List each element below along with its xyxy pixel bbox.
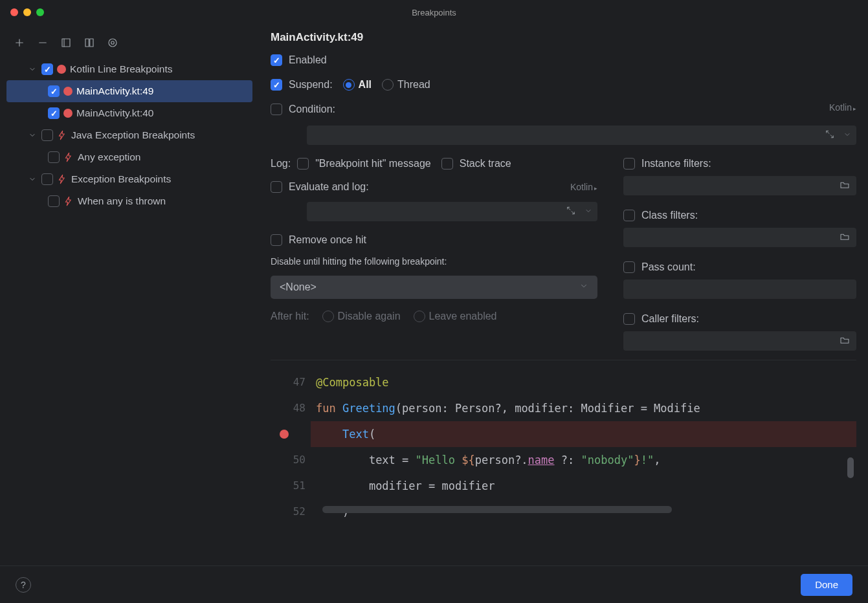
folder-icon[interactable] <box>840 180 850 192</box>
suspend-label: Suspend: <box>289 79 333 91</box>
pass-count-checkbox[interactable] <box>623 261 635 273</box>
exception-icon <box>57 130 67 140</box>
after-hit-label: After hit: <box>271 311 309 322</box>
after-hit-row: After hit: Disable again Leave enabled <box>271 311 597 322</box>
done-button[interactable]: Done <box>801 574 852 596</box>
evaluate-input[interactable] <box>307 202 597 221</box>
add-breakpoint-button[interactable] <box>13 36 26 49</box>
code-area: @Composablefun Greeting(person: Person?,… <box>311 360 856 517</box>
breakpoint-tree: Kotlin Line Breakpoints MainActivity.kt:… <box>6 58 252 212</box>
instance-filters-checkbox[interactable] <box>623 158 635 170</box>
group-label: Kotlin Line Breakpoints <box>70 63 173 75</box>
help-button[interactable]: ? <box>16 577 31 593</box>
instance-filters-label: Instance filters: <box>641 158 711 170</box>
suspend-all-radio[interactable]: All <box>343 79 372 91</box>
caller-filters-checkbox[interactable] <box>623 313 635 325</box>
horizontal-scrollbar[interactable] <box>322 506 672 513</box>
folder-icon[interactable] <box>840 232 850 244</box>
breakpoint-tree-panel: Kotlin Line Breakpoints MainActivity.kt:… <box>0 25 259 565</box>
log-label: Log: <box>271 158 291 170</box>
disable-until-value: <None> <box>280 281 317 293</box>
evaluate-lang[interactable]: Kotlin▸ <box>570 182 597 192</box>
exception-icon <box>63 196 74 206</box>
expand-icon[interactable] <box>825 130 834 141</box>
group-by-file-icon[interactable] <box>60 36 72 49</box>
dialog-footer: ? Done <box>0 565 868 603</box>
class-filters-input[interactable] <box>623 228 856 247</box>
condition-label: Condition: <box>289 104 335 115</box>
svg-rect-1 <box>85 39 89 47</box>
suspend-checkbox[interactable] <box>271 79 282 91</box>
tree-group-exception[interactable]: Exception Breakpoints <box>6 168 252 190</box>
view-options-icon[interactable] <box>106 36 119 49</box>
condition-lang[interactable]: Kotlin▸ <box>829 102 856 113</box>
log-hit-label: "Breakpoint hit" message <box>315 158 431 170</box>
tree-toolbar <box>6 34 252 58</box>
close-window-button[interactable] <box>10 8 18 16</box>
chevron-down-icon[interactable] <box>584 206 592 217</box>
exception-icon <box>63 152 74 162</box>
traffic-lights <box>10 8 44 16</box>
item-checkbox[interactable] <box>48 151 60 163</box>
tree-group-kotlin-line[interactable]: Kotlin Line Breakpoints <box>6 58 252 80</box>
evaluate-input-wrap <box>307 202 597 221</box>
remove-breakpoint-button[interactable] <box>36 36 49 49</box>
svg-point-4 <box>111 41 115 45</box>
window-title: Breakpoints <box>0 8 868 17</box>
tree-group-java-exception[interactable]: Java Exception Breakpoints <box>6 124 252 146</box>
remove-once-checkbox[interactable] <box>271 234 282 246</box>
evaluate-label: Evaluate and log: <box>289 181 369 193</box>
after-hit-leave-radio: Leave enabled <box>414 311 497 322</box>
enabled-label: Enabled <box>289 54 327 66</box>
tree-item-when-any-thrown[interactable]: When any is thrown <box>6 190 252 212</box>
breakpoint-icon <box>57 65 66 74</box>
minimize-window-button[interactable] <box>23 8 31 16</box>
content: Kotlin Line Breakpoints MainActivity.kt:… <box>0 25 868 565</box>
filters-column: Instance filters: Class filters: Pass co… <box>623 155 856 351</box>
tree-item-any-exception[interactable]: Any exception <box>6 146 252 168</box>
enabled-row: Enabled <box>271 52 856 69</box>
chevron-down-icon[interactable] <box>843 130 851 140</box>
pass-count-input[interactable] <box>623 280 856 299</box>
caller-filters-label: Caller filters: <box>641 313 699 325</box>
folder-icon[interactable] <box>840 335 850 347</box>
log-hit-checkbox[interactable] <box>297 158 309 170</box>
item-checkbox[interactable] <box>48 107 60 119</box>
svg-point-3 <box>109 39 117 47</box>
tree-item-mainactivity-49[interactable]: MainActivity.kt:49 <box>6 80 252 102</box>
group-checkbox[interactable] <box>41 129 53 141</box>
log-stack-checkbox[interactable] <box>441 158 453 170</box>
item-label: MainActivity.kt:40 <box>76 107 153 119</box>
exception-icon <box>57 174 67 184</box>
enabled-checkbox[interactable] <box>271 54 282 66</box>
disable-until-select[interactable]: <None> <box>271 276 597 299</box>
item-label: MainActivity.kt:49 <box>76 85 153 97</box>
options-left: Log: "Breakpoint hit" message Stack trac… <box>271 155 597 351</box>
breakpoint-title: MainActivity.kt:49 <box>271 31 856 44</box>
breakpoint-icon <box>63 87 72 96</box>
breakpoint-form: Enabled Suspend: All Thread Condition: K… <box>271 52 856 351</box>
options-columns: Log: "Breakpoint hit" message Stack trac… <box>271 155 856 351</box>
tree-item-mainactivity-40[interactable]: MainActivity.kt:40 <box>6 102 252 124</box>
breakpoint-icon <box>63 109 72 118</box>
condition-input-wrap <box>307 126 856 145</box>
group-label: Java Exception Breakpoints <box>71 129 195 141</box>
instance-filters-input[interactable] <box>623 176 856 195</box>
item-checkbox[interactable] <box>48 195 60 207</box>
class-filters-checkbox[interactable] <box>623 210 635 221</box>
item-label: When any is thrown <box>78 195 166 207</box>
condition-checkbox[interactable] <box>271 104 282 115</box>
caller-filters-input[interactable] <box>623 331 856 351</box>
expand-icon[interactable] <box>566 206 575 217</box>
after-hit-disable-radio: Disable again <box>322 311 401 322</box>
group-checkbox[interactable] <box>41 63 53 75</box>
group-label: Exception Breakpoints <box>71 173 171 185</box>
zoom-window-button[interactable] <box>36 8 44 16</box>
group-checkbox[interactable] <box>41 173 53 185</box>
suspend-thread-radio[interactable]: Thread <box>382 79 430 91</box>
evaluate-checkbox[interactable] <box>271 181 282 193</box>
condition-input[interactable] <box>307 126 856 145</box>
item-checkbox[interactable] <box>48 85 60 97</box>
group-by-type-icon[interactable] <box>83 36 96 49</box>
vertical-scrollbar[interactable] <box>847 457 854 478</box>
